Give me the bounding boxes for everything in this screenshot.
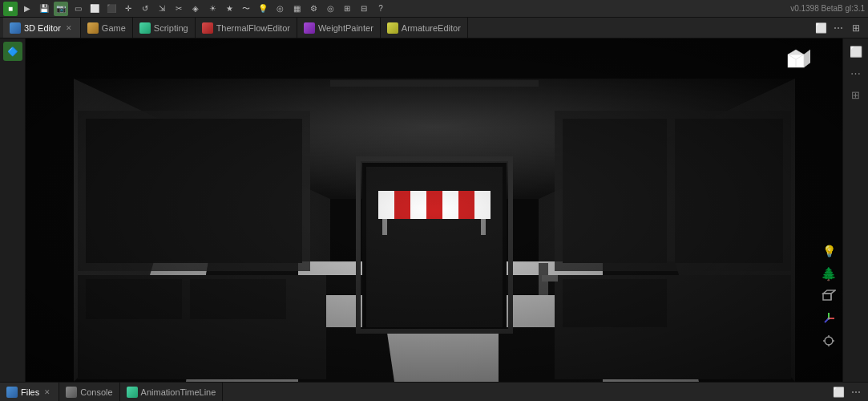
viewport-cube-nav[interactable] (781, 45, 810, 74)
cut-icon[interactable]: ✂ (172, 2, 186, 16)
circle-icon[interactable]: ◈ (188, 2, 203, 16)
version-label: v0.1398 BetaB gl:3.1 (790, 4, 865, 13)
tab-label-armature: ArmatureEditor (402, 23, 461, 33)
svg-rect-54 (26, 38, 842, 382)
bottom-tabs-right: ⬜ ⋯ (831, 383, 868, 401)
circle-target-icon[interactable]: ◎ (323, 2, 337, 16)
camera-select-icon[interactable]: 📷 (54, 2, 68, 16)
gear-icon[interactable]: ⚙ (306, 2, 321, 16)
console-tab-icon (66, 387, 77, 398)
bottom-more-icon[interactable]: ⋯ (849, 385, 863, 399)
svg-marker-57 (804, 50, 810, 67)
animation-tab-icon (127, 387, 138, 398)
screenshot-icon[interactable]: ⬜ (813, 21, 828, 35)
toolbar-left: ■ ▶ 💾 📷 ▭ ⬜ ⬛ ✛ ↺ ⇲ ✂ ◈ ☀ ★ 〜 💡 ◎ ▦ ⚙ ◎ … (3, 2, 388, 16)
tab-scripting[interactable]: Scripting (133, 18, 196, 38)
viewport[interactable]: 💡 🌲 (26, 38, 842, 382)
target-icon[interactable]: ◎ (273, 2, 287, 16)
tab-icon-thermal (202, 22, 213, 34)
star-tool-icon[interactable]: ★ (222, 2, 236, 16)
tab-label-3d-editor: 3D Editor (24, 23, 61, 33)
save-icon[interactable]: 💾 (37, 2, 51, 16)
rotate-tool-icon[interactable]: ↺ (138, 2, 152, 16)
bottom-screenshot-icon[interactable]: ⬜ (831, 385, 846, 399)
tab-thermal-flow[interactable]: ThermalFlowEditor (196, 18, 297, 38)
tab-icon-scripting (139, 22, 151, 34)
viewport-sq-icon[interactable]: ⬜ (87, 2, 102, 16)
crosshair-vp-icon[interactable] (820, 332, 838, 350)
play-icon[interactable]: ▶ (20, 2, 34, 16)
console-tab-label: Console (80, 387, 112, 397)
bottom-tab-animation[interactable]: AnimationTimeLine (120, 383, 224, 401)
tabs-bar: 3D Editor ✕ Game Scripting ThermalFlowEd… (0, 18, 868, 38)
tab-game[interactable]: Game (81, 18, 133, 38)
tab-label-game: Game (102, 23, 126, 33)
tab-3d-editor[interactable]: 3D Editor ✕ (3, 18, 81, 38)
svg-point-68 (828, 318, 830, 320)
help-icon[interactable]: ? (373, 2, 388, 16)
grid-minus-icon[interactable]: ⊟ (357, 2, 371, 16)
viewport-right-icons: 💡 🌲 (820, 242, 838, 350)
crosshair-icon[interactable]: ✛ (121, 2, 135, 16)
bottom-tab-files[interactable]: Files ✕ (0, 383, 59, 401)
svg-marker-56 (788, 50, 804, 55)
tab-icon-3d-editor (10, 22, 21, 34)
tab-label-weight: WeightPainter (318, 23, 373, 33)
left-sidebar: 🔷 (0, 38, 26, 382)
more-right-icon[interactable]: ⋯ (846, 63, 866, 83)
bottom-tabs: Files ✕ Console AnimationTimeLine ⬜ ⋯ (0, 382, 868, 401)
right-sidebar: ⬜ ⋯ ⊞ (842, 38, 868, 382)
animation-tab-label: AnimationTimeLine (141, 387, 216, 397)
tabs-right: ⬜ ⋯ ⊞ (813, 18, 868, 38)
axes-vp-icon[interactable] (820, 310, 838, 327)
tab-label-scripting: Scripting (154, 23, 188, 33)
files-tab-label: Files (21, 387, 39, 397)
tabs-layout-icon[interactable]: ⊞ (849, 21, 863, 35)
svg-rect-61 (823, 294, 831, 300)
bulb-icon[interactable]: 💡 (256, 2, 270, 16)
scene-viewport (26, 38, 842, 382)
grid-plus-icon[interactable]: ⊞ (340, 2, 354, 16)
tab-armature-editor[interactable]: ArmatureEditor (381, 18, 468, 38)
svg-point-69 (825, 337, 833, 345)
layout-right-icon[interactable]: ⊞ (846, 85, 866, 104)
sun-tool-icon[interactable]: ☀ (205, 2, 220, 16)
top-toolbar: ■ ▶ 💾 📷 ▭ ⬜ ⬛ ✛ ↺ ⇲ ✂ ◈ ☀ ★ 〜 💡 ◎ ▦ ⚙ ◎ … (0, 0, 868, 18)
wave-tool-icon[interactable]: 〜 (239, 2, 253, 16)
app-logo-sidebar-icon[interactable]: 🔷 (3, 42, 22, 61)
scale-tool-icon[interactable]: ⇲ (155, 2, 169, 16)
screenshot-right-icon[interactable]: ⬜ (846, 42, 866, 61)
main-area: 🔷 (0, 38, 868, 382)
tree-vp-icon[interactable]: 🌲 (820, 265, 838, 282)
tab-icon-weight (304, 22, 315, 34)
tab-label-thermal: ThermalFlowEditor (216, 23, 290, 33)
tabs-more-icon[interactable]: ⋯ (831, 21, 846, 35)
files-tab-icon (6, 387, 18, 398)
light-vp-icon[interactable]: 💡 (820, 242, 838, 260)
viewport-rect-icon[interactable]: ▭ (71, 2, 85, 16)
bar-chart-icon[interactable]: ▦ (289, 2, 304, 16)
tab-icon-armature (387, 22, 398, 34)
files-tab-close[interactable]: ✕ (42, 387, 52, 397)
tab-weight-painter[interactable]: WeightPainter (297, 18, 381, 38)
viewport-dark-icon[interactable]: ⬛ (104, 2, 119, 16)
tab-close-3d-editor[interactable]: ✕ (64, 23, 74, 33)
bottom-tab-console[interactable]: Console (59, 383, 119, 401)
app-icon[interactable]: ■ (3, 2, 18, 16)
cube-vp-icon[interactable] (820, 287, 838, 305)
tab-icon-game (87, 22, 99, 34)
